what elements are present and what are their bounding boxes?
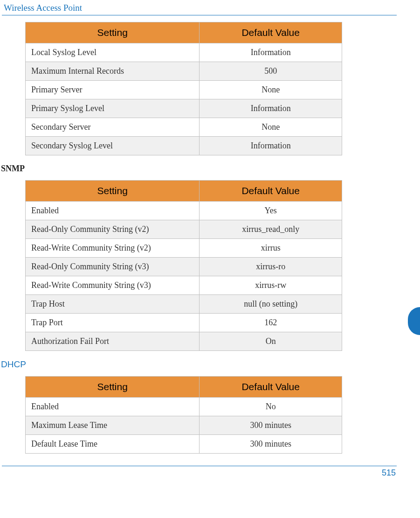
setting-cell: Secondary Server xyxy=(26,118,200,137)
table-row: Trap Hostnull (no setting) xyxy=(26,295,342,314)
table-row: Default Lease Time300 minutes xyxy=(26,435,342,454)
table-row: Maximum Lease Time300 minutes xyxy=(26,416,342,435)
setting-cell: Trap Host xyxy=(26,295,200,314)
setting-cell: Read-Only Community String (v2) xyxy=(26,220,200,239)
setting-cell: Secondary Syslog Level xyxy=(26,137,200,155)
value-cell: Information xyxy=(200,99,342,118)
table-row: Secondary ServerNone xyxy=(26,118,342,137)
setting-cell: Enabled xyxy=(26,202,200,220)
setting-cell: Read-Write Community String (v3) xyxy=(26,276,200,295)
table-row: Trap Port162 xyxy=(26,314,342,332)
table-row: Read-Only Community String (v2)xirrus_re… xyxy=(26,220,342,239)
table-row: Primary ServerNone xyxy=(26,81,342,99)
column-header-setting: Setting xyxy=(26,377,200,398)
setting-cell: Primary Syslog Level xyxy=(26,99,200,118)
setting-cell: Authorization Fail Port xyxy=(26,332,200,351)
table-row: EnabledYes xyxy=(26,202,342,220)
value-cell: xirrus xyxy=(200,239,342,258)
column-header-setting: Setting xyxy=(26,22,200,43)
setting-cell: Local Syslog Level xyxy=(26,43,200,62)
value-cell: Yes xyxy=(200,202,342,220)
section-heading: SNMP xyxy=(1,164,401,174)
settings-table: SettingDefault ValueLocal Syslog LevelIn… xyxy=(25,22,342,155)
column-header-value: Default Value xyxy=(200,377,342,398)
table-row: Secondary Syslog LevelInformation xyxy=(26,137,342,155)
column-header-setting: Setting xyxy=(26,181,200,202)
setting-cell: Read-Write Community String (v2) xyxy=(26,239,200,258)
value-cell: None xyxy=(200,81,342,99)
table-row: EnabledNo xyxy=(26,398,342,416)
value-cell: No xyxy=(200,398,342,416)
value-cell: xirrus-ro xyxy=(200,258,342,276)
page-number: 515 xyxy=(382,468,396,477)
table-row: Authorization Fail PortOn xyxy=(26,332,342,351)
setting-cell: Default Lease Time xyxy=(26,435,200,454)
table-row: Read-Write Community String (v3)xirrus-r… xyxy=(26,276,342,295)
setting-cell: Maximum Lease Time xyxy=(26,416,200,435)
table-row: Read-Only Community String (v3)xirrus-ro xyxy=(26,258,342,276)
value-cell: 500 xyxy=(200,62,342,81)
section-heading: DHCP xyxy=(1,359,401,370)
value-cell: Information xyxy=(200,43,342,62)
page-footer: 515 xyxy=(2,466,397,478)
value-cell: xirrus_read_only xyxy=(200,220,342,239)
table-row: Local Syslog LevelInformation xyxy=(26,43,342,62)
settings-table: SettingDefault ValueEnabledYesRead-Only … xyxy=(25,180,342,351)
table-row: Primary Syslog LevelInformation xyxy=(26,99,342,118)
value-cell: xirrus-rw xyxy=(200,276,342,295)
page-header-title: Wireless Access Point xyxy=(2,0,397,15)
value-cell: 300 minutes xyxy=(200,416,342,435)
value-cell: 162 xyxy=(200,314,342,332)
setting-cell: Trap Port xyxy=(26,314,200,332)
side-thumb-tab xyxy=(408,307,420,335)
column-header-value: Default Value xyxy=(200,22,342,43)
value-cell: Information xyxy=(200,137,342,155)
value-cell: 300 minutes xyxy=(200,435,342,454)
column-header-value: Default Value xyxy=(200,181,342,202)
setting-cell: Primary Server xyxy=(26,81,200,99)
table-row: Read-Write Community String (v2)xirrus xyxy=(26,239,342,258)
value-cell: None xyxy=(200,118,342,137)
value-cell: On xyxy=(200,332,342,351)
setting-cell: Enabled xyxy=(26,398,200,416)
settings-table: SettingDefault ValueEnabledNoMaximum Lea… xyxy=(25,376,342,454)
table-row: Maximum Internal Records500 xyxy=(26,62,342,81)
value-cell: null (no setting) xyxy=(200,295,342,314)
setting-cell: Read-Only Community String (v3) xyxy=(26,258,200,276)
setting-cell: Maximum Internal Records xyxy=(26,62,200,81)
